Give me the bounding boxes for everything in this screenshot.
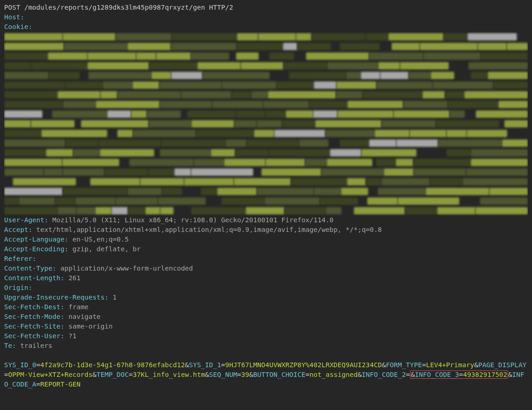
header-cookie[interactable]: Cookie:: [4, 22, 528, 32]
header-name: Accept-Language:: [4, 236, 69, 243]
header-name: Referer:: [4, 255, 36, 262]
header-sec-fetch-dest[interactable]: Sec-Fetch-Dest: frame: [4, 302, 528, 312]
header-content-length[interactable]: Content-Length: 261: [4, 273, 528, 283]
header-value: en-US,en;q=0.5: [72, 236, 128, 243]
header-host[interactable]: Host:: [4, 12, 528, 22]
header-value: 261: [69, 274, 81, 282]
header-name: Sec-Fetch-Dest:: [4, 303, 64, 311]
param-key: PAGE_DISPLAY: [478, 361, 526, 369]
header-referer[interactable]: Referer:: [4, 254, 528, 264]
param-value: LEV4+Primary: [426, 361, 474, 369]
header-name: Content-Length:: [4, 274, 64, 282]
header-name: Host:: [4, 13, 24, 21]
param-value: 4f2a9c7b-1d3e-54g1-67h8-9876efabcd12: [40, 361, 185, 369]
header-value: navigate: [69, 313, 101, 320]
header-value: frame: [69, 303, 89, 311]
header-accept[interactable]: Accept: text/html,application/xhtml+xml,…: [4, 225, 528, 235]
param-value: 9HJT67LMNO4UVWXRZP8Y%402LRXDEQ9AUI234CD: [225, 361, 382, 369]
header-name: Upgrade-Insecure-Requests:: [4, 294, 109, 301]
header-sec-fetch-user[interactable]: Sec-Fetch-User: ?1: [4, 331, 528, 341]
header-name: Te:: [4, 342, 16, 349]
header-value: trailers: [20, 342, 52, 349]
http-method: POST: [4, 4, 20, 11]
param-value: OPPM-View+XTZ+Records: [8, 371, 93, 378]
request-line[interactable]: POST /modules/reports/g1289dks3lm45p0987…: [4, 3, 528, 12]
header-accept-encoding[interactable]: Accept-Encoding: gzip, deflate, br: [4, 244, 528, 254]
param-key: SEQ_NUM: [209, 371, 237, 378]
param-value: REPORT-GEN: [40, 381, 81, 388]
param-key: BUTTON_CHOICE: [253, 371, 306, 378]
header-value: same-origin: [69, 323, 113, 330]
header-name: Content-Type:: [4, 265, 57, 272]
header-name: Accept-Encoding:: [4, 245, 69, 253]
request-path: /modules/reports/g1289dks3lm45p0987qrxyz…: [24, 4, 205, 11]
header-value: 1: [113, 294, 117, 301]
param-key: SYS_ID_0: [4, 361, 36, 369]
header-value: Mozilla/5.0 (X11; Linux x86_64; rv:108.0…: [52, 216, 334, 224]
header-name: User-Agent:: [4, 216, 48, 224]
param-value: 39: [241, 371, 249, 378]
header-name: Sec-Fetch-Mode:: [4, 313, 64, 320]
param-value: not_assigned: [310, 371, 358, 378]
header-name: Accept:: [4, 226, 32, 233]
header-te[interactable]: Te: trailers: [4, 341, 528, 351]
header-name: Origin:: [4, 284, 32, 291]
param-key: FORM_TYPE: [386, 361, 422, 369]
highlighted-param: &INFO_CODE_3=49382917502: [410, 370, 509, 379]
header-origin[interactable]: Origin:: [4, 283, 528, 293]
header-content-type[interactable]: Content-Type: application/x-www-form-url…: [4, 264, 528, 273]
http-protocol: HTTP/2: [209, 4, 233, 11]
header-sec-fetch-site[interactable]: Sec-Fetch-Site: same-origin: [4, 322, 528, 331]
header-name: Sec-Fetch-Site:: [4, 323, 64, 330]
header-sec-fetch-mode[interactable]: Sec-Fetch-Mode: navigate: [4, 312, 528, 322]
header-value: application/x-www-form-urlencoded: [60, 265, 193, 272]
redacted-cookie-content: [4, 32, 528, 215]
header-value: gzip, deflate, br: [72, 245, 140, 253]
header-user-agent[interactable]: User-Agent: Mozilla/5.0 (X11; Linux x86_…: [4, 215, 528, 225]
header-accept-language[interactable]: Accept-Language: en-US,en;q=0.5: [4, 235, 528, 244]
param-key: TEMP_DOC: [97, 371, 129, 378]
header-name: Sec-Fetch-User:: [4, 332, 64, 340]
header-name: Cookie:: [4, 23, 32, 30]
header-value: ?1: [69, 332, 76, 340]
param-value: 49382917502: [463, 371, 507, 378]
param-value: 37KL_info_view.htm: [133, 371, 205, 378]
header-value: text/html,application/xhtml+xml,applicat…: [36, 226, 382, 233]
param-key: INFO_CODE_3: [415, 371, 459, 378]
header-upgrade-insecure-requests[interactable]: Upgrade-Insecure-Requests: 1: [4, 293, 528, 302]
param-key: INFO_CODE_2: [362, 371, 406, 378]
request-body[interactable]: SYS_ID_0=4f2a9c7b-1d3e-54g1-67h8-9876efa…: [4, 360, 528, 389]
param-key: SYS_ID_1: [189, 361, 221, 369]
